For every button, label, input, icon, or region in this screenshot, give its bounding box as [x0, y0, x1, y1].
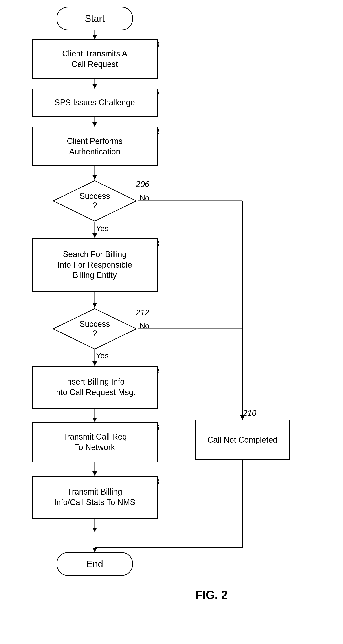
flowchart-diagram: Start 200 Client Transmits A Call Reques…: [0, 0, 343, 644]
ref-206: 206: [136, 180, 149, 189]
node-210: Call Not Completed: [195, 420, 290, 460]
diamond-206: Success ?: [52, 180, 138, 222]
no-label-212: No: [140, 322, 149, 330]
svg-marker-1: [92, 35, 97, 39]
node-214: Insert Billing Info Into Call Request Ms…: [32, 366, 158, 408]
svg-marker-11: [92, 303, 97, 308]
node-208: Search For Billing Info For Responsible …: [32, 238, 158, 292]
ref-212: 212: [136, 308, 149, 318]
node-200: Client Transmits A Call Request: [32, 39, 158, 78]
svg-marker-5: [92, 122, 97, 127]
svg-marker-9: [92, 234, 97, 238]
yes-label-206: Yes: [96, 224, 108, 233]
no-label-206: No: [140, 194, 149, 202]
svg-marker-3: [92, 84, 97, 89]
svg-marker-19: [92, 528, 97, 532]
node-202: SPS Issues Challenge: [32, 89, 158, 117]
node-218: Transmit Billing Info/Call Stats To NMS: [32, 476, 158, 518]
diamond-212: Success ?: [52, 308, 138, 350]
svg-marker-15: [92, 418, 97, 422]
node-216: Transmit Call Req To Network: [32, 422, 158, 462]
node-204: Client Performs Authentication: [32, 127, 158, 166]
yes-label-212: Yes: [96, 351, 108, 360]
svg-marker-13: [92, 362, 97, 366]
svg-marker-28: [92, 548, 97, 552]
svg-marker-7: [92, 175, 97, 180]
end-node: End: [56, 552, 133, 576]
svg-marker-17: [92, 472, 97, 476]
figure-label: FIG. 2: [195, 588, 228, 602]
ref-210: 210: [243, 408, 256, 418]
start-node: Start: [56, 7, 133, 30]
